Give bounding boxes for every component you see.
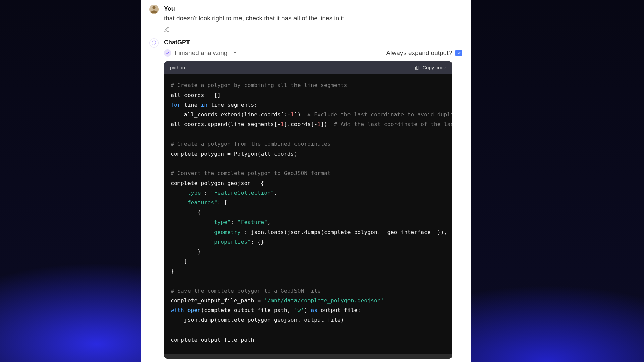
code-line: json.dump(complete_polygon_geojson, outp… bbox=[171, 317, 344, 323]
code-token: 1 bbox=[317, 121, 321, 127]
code-token: all_coords.extend(line.coords[:- bbox=[171, 111, 291, 118]
pencil-icon bbox=[164, 27, 169, 32]
copy-code-button[interactable]: Copy code bbox=[415, 65, 446, 70]
code-token: , bbox=[267, 219, 271, 225]
code-token bbox=[171, 229, 211, 235]
code-language-label: python bbox=[170, 65, 185, 70]
code-token: complete_output_file_path = bbox=[171, 297, 264, 304]
code-result-bar bbox=[164, 354, 452, 359]
check-icon bbox=[457, 51, 461, 55]
user-message-text: that doesn't look right to me, check tha… bbox=[164, 14, 462, 23]
assistant-message-body: ChatGPT Finished analyzing Always expand… bbox=[164, 38, 462, 359]
assistant-message: ChatGPT Finished analyzing Always expand… bbox=[141, 34, 471, 359]
code-token bbox=[171, 219, 211, 225]
code-token: : bbox=[231, 219, 237, 225]
code-token: : bbox=[204, 190, 211, 196]
analysis-toggle[interactable]: Finished analyzing bbox=[164, 49, 237, 57]
assistant-author-label: ChatGPT bbox=[164, 39, 462, 46]
svg-point-0 bbox=[152, 6, 155, 9]
code-token: 1 bbox=[281, 121, 284, 127]
code-token bbox=[171, 199, 184, 206]
code-token: 'w' bbox=[294, 307, 304, 313]
code-line: # Create a polygon from the combined coo… bbox=[171, 141, 331, 147]
user-message-body: You that doesn't look right to me, check… bbox=[164, 5, 462, 34]
code-token: line_segments: bbox=[207, 102, 257, 108]
code-token: (complete_output_file_path, bbox=[201, 307, 294, 313]
code-block: python Copy code # Create a polygon by c… bbox=[164, 61, 452, 359]
chatgpt-logo-icon bbox=[151, 40, 157, 46]
code-content[interactable]: # Create a polygon by combining all the … bbox=[164, 74, 452, 354]
code-line: } bbox=[171, 248, 201, 255]
code-line: # Save the complete polygon to a GeoJSON… bbox=[171, 288, 321, 294]
expand-output-control: Always expand output? bbox=[386, 49, 462, 57]
code-token: : {} bbox=[251, 239, 264, 245]
code-token: "FeatureCollection" bbox=[211, 190, 274, 196]
code-token: "Feature" bbox=[237, 219, 267, 225]
user-author-label: You bbox=[164, 5, 462, 12]
check-icon bbox=[166, 51, 170, 55]
user-avatar bbox=[149, 5, 159, 14]
code-line: all_coords = [] bbox=[171, 92, 221, 98]
assistant-avatar bbox=[149, 38, 159, 48]
code-token: # Exclude the last coordinate to avoid d… bbox=[307, 111, 452, 118]
code-token: in bbox=[201, 102, 207, 108]
analysis-status-row: Finished analyzing Always expand output? bbox=[164, 49, 462, 57]
code-line: complete_polygon = Polygon(all_coords) bbox=[171, 150, 298, 157]
code-token: ]) bbox=[294, 111, 308, 118]
user-message: You that doesn't look right to me, check… bbox=[141, 0, 471, 34]
edit-message-button[interactable] bbox=[164, 27, 462, 34]
code-token: for bbox=[171, 102, 181, 108]
code-line: complete_output_file_path bbox=[171, 337, 254, 343]
person-icon bbox=[149, 5, 159, 14]
analysis-status-text: Finished analyzing bbox=[175, 49, 227, 57]
code-token: 1 bbox=[291, 111, 294, 118]
code-token: # Add the last coordinate of the las bbox=[334, 121, 452, 127]
code-line: # Convert the complete polygon to GeoJSO… bbox=[171, 170, 331, 176]
code-token: '/mnt/data/complete_polygon.geojson' bbox=[264, 297, 384, 304]
code-token: ]) bbox=[321, 121, 334, 127]
expand-output-label: Always expand output? bbox=[386, 49, 452, 57]
code-token: as bbox=[311, 307, 317, 313]
code-token: : [ bbox=[217, 199, 227, 206]
code-token: all_coords.append(line_segments[- bbox=[171, 121, 281, 127]
code-token: ].coords[- bbox=[284, 121, 317, 127]
code-line: # Create a polygon by combining all the … bbox=[171, 82, 347, 88]
code-token: output_file: bbox=[317, 307, 361, 313]
code-token: "properties" bbox=[211, 239, 251, 245]
check-badge-icon bbox=[164, 49, 171, 57]
chat-panel: You that doesn't look right to me, check… bbox=[141, 0, 471, 362]
code-token: ) bbox=[304, 307, 311, 313]
code-token: line bbox=[181, 102, 201, 108]
code-token: "features" bbox=[184, 199, 217, 206]
expand-output-checkbox[interactable] bbox=[455, 50, 462, 56]
code-token bbox=[171, 239, 211, 245]
code-token: open bbox=[187, 307, 201, 313]
svg-rect-1 bbox=[416, 66, 419, 69]
copy-code-label: Copy code bbox=[422, 65, 446, 70]
code-token: "geometry" bbox=[211, 229, 244, 235]
code-line: ] bbox=[171, 258, 187, 264]
code-line: { bbox=[171, 209, 201, 216]
code-token: , bbox=[274, 190, 277, 196]
code-token: with bbox=[171, 307, 184, 313]
clipboard-icon bbox=[415, 65, 420, 70]
code-token: "type" bbox=[211, 219, 231, 225]
code-line: } bbox=[171, 268, 174, 274]
code-token bbox=[184, 307, 187, 313]
code-token bbox=[171, 190, 184, 196]
code-line: complete_polygon_geojson = { bbox=[171, 180, 264, 186]
chevron-down-icon bbox=[233, 50, 237, 56]
code-token: "type" bbox=[184, 190, 204, 196]
code-block-header: python Copy code bbox=[164, 61, 452, 74]
code-token: : json.loads(json.dumps(complete_polygon… bbox=[244, 229, 447, 235]
